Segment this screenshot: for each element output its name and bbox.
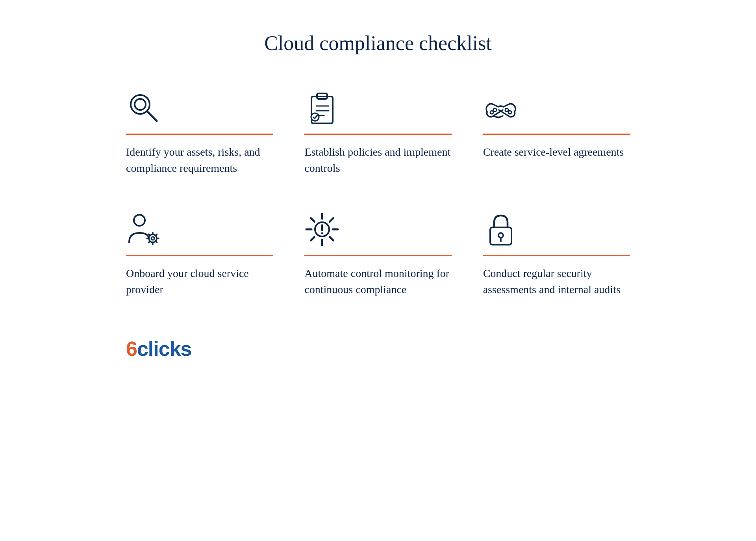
- svg-line-21: [156, 241, 157, 243]
- card-text-onboard: Onboard your cloud service provider: [126, 266, 273, 297]
- lock-icon: [483, 212, 519, 247]
- svg-line-29: [311, 218, 315, 222]
- card-automate: Automate control monitoring for continuo…: [304, 208, 451, 297]
- clipboard-icon: [304, 90, 340, 126]
- card-divider-5: [304, 255, 451, 256]
- svg-line-2: [147, 112, 157, 121]
- svg-point-12: [508, 111, 511, 114]
- svg-line-32: [330, 218, 334, 222]
- card-create: Create service-level agreements: [483, 86, 630, 176]
- card-divider-3: [483, 134, 630, 135]
- card-divider-4: [126, 255, 273, 256]
- svg-line-31: [311, 237, 315, 241]
- card-text-identify: Identify your assets, risks, and complia…: [126, 144, 273, 176]
- svg-point-13: [134, 215, 145, 226]
- svg-point-34: [321, 232, 323, 234]
- card-text-create: Create service-level agreements: [483, 144, 624, 160]
- card-establish: Establish policies and implement control…: [304, 86, 451, 176]
- card-onboard: Onboard your cloud service provider: [126, 208, 273, 297]
- user-gear-icon: [126, 212, 161, 247]
- card-text-conduct: Conduct regular security assessments and…: [483, 266, 630, 297]
- icon-clipboard-area: [304, 86, 340, 126]
- gear-alert-icon: [304, 212, 340, 247]
- card-divider-1: [126, 134, 273, 135]
- card-text-automate: Automate control monitoring for continuo…: [304, 266, 451, 297]
- svg-point-15: [151, 237, 154, 240]
- icon-gear-alert-area: [304, 208, 340, 247]
- svg-point-36: [498, 233, 503, 238]
- logo-clicks: clicks: [137, 337, 192, 360]
- logo-area: 6clicks: [126, 337, 192, 361]
- svg-line-30: [330, 237, 334, 241]
- icon-user-gear-area: [126, 208, 161, 247]
- card-text-establish: Establish policies and implement control…: [304, 144, 451, 176]
- page-title: Cloud compliance checklist: [264, 32, 492, 55]
- svg-line-23: [156, 234, 157, 236]
- icon-handshake-area: [483, 86, 519, 126]
- card-divider-6: [483, 255, 630, 256]
- svg-point-10: [490, 111, 493, 114]
- svg-point-1: [135, 99, 146, 110]
- logo-six: 6: [126, 337, 137, 360]
- svg-line-22: [148, 241, 150, 243]
- handshake-icon: [483, 90, 519, 126]
- svg-line-20: [148, 234, 150, 236]
- card-conduct: Conduct regular security assessments and…: [483, 208, 630, 297]
- card-divider-2: [304, 134, 451, 135]
- logo: 6clicks: [126, 337, 192, 360]
- svg-point-8: [311, 113, 319, 121]
- checklist-grid: Identify your assets, risks, and complia…: [126, 86, 630, 297]
- card-identify: Identify your assets, risks, and complia…: [126, 86, 273, 176]
- svg-point-9: [493, 108, 497, 112]
- page-wrapper: Cloud compliance checklist Identify your…: [102, 0, 654, 384]
- search-icon: [126, 90, 161, 126]
- svg-point-11: [505, 108, 508, 112]
- icon-search-area: [126, 86, 161, 126]
- icon-lock-area: [483, 208, 519, 247]
